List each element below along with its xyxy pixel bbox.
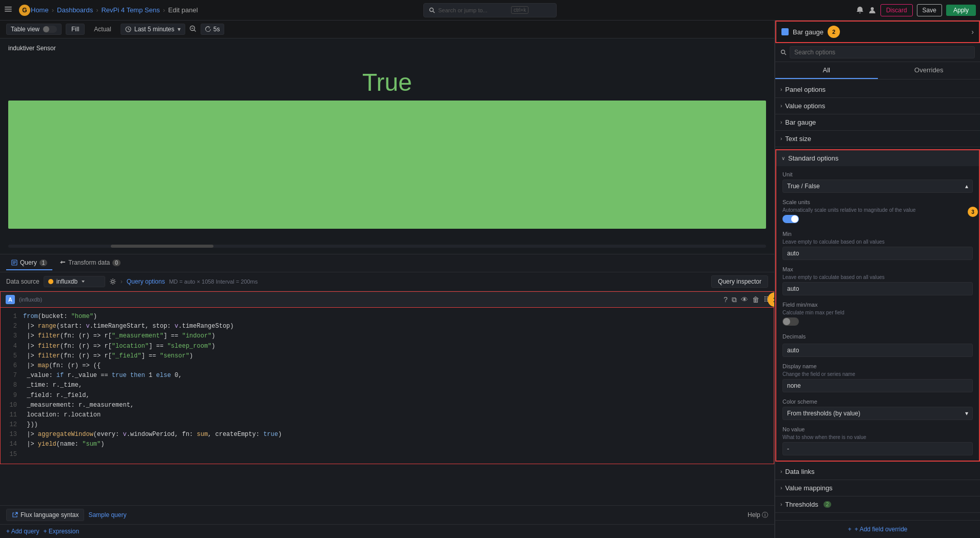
section-value-options[interactable]: › Value options xyxy=(775,98,980,114)
save-button[interactable]: Save xyxy=(917,4,942,16)
section-text-size[interactable]: › Text size xyxy=(775,131,980,147)
query-tab-icon xyxy=(11,260,17,266)
display-name-field: Display name Change the field or series … xyxy=(782,363,973,392)
search-icon xyxy=(429,7,435,13)
query-tab-label: Query xyxy=(20,259,37,266)
query-ds-label: (influxdb) xyxy=(19,296,42,303)
query-toggle-icon[interactable]: 👁 xyxy=(741,295,748,304)
no-value-input[interactable] xyxy=(782,442,973,455)
expression-button[interactable]: + Expression xyxy=(43,528,79,535)
datasource-settings-icon[interactable] xyxy=(109,278,116,285)
query-actions: ? ⧉ 👁 🗑 ⠿ xyxy=(723,295,769,304)
scale-units-toggle[interactable] xyxy=(782,215,799,223)
time-range-picker[interactable]: Last 5 minutes ▾ xyxy=(121,24,185,35)
chevron-up-icon: ▴ xyxy=(965,183,968,190)
query-options-btn[interactable]: Query options xyxy=(127,278,165,285)
breadcrumb: Home › Dashboards › RevPi 4 Temp Sens › … xyxy=(31,6,198,14)
global-search-bar[interactable]: Search or jump to... ctrl+k xyxy=(423,3,557,17)
options-tabs: All Overrides xyxy=(775,62,980,79)
tab-query[interactable]: Query 1 xyxy=(6,256,52,270)
tab-overrides[interactable]: Overrides xyxy=(878,62,981,79)
right-panel: Bar gauge 2 › All Overrides › Panel opti… xyxy=(775,21,980,538)
thresholds-label: Thresholds xyxy=(785,501,818,508)
query-code-editor[interactable]: 1from(bucket: "home") 2 |> range(start: … xyxy=(0,308,774,464)
search-options-icon xyxy=(780,49,787,55)
hamburger-icon[interactable] xyxy=(4,5,12,15)
field-minmax-toggle[interactable] xyxy=(782,317,799,326)
viz-area: induktiver Sensor True xyxy=(0,38,774,254)
grafana-logo: G xyxy=(18,4,31,16)
section-bar-gauge[interactable]: › Bar gauge xyxy=(775,114,980,131)
table-view-switch[interactable] xyxy=(43,26,57,33)
display-name-input[interactable] xyxy=(782,379,973,392)
table-view-toggle[interactable]: Table view xyxy=(6,24,62,35)
max-input[interactable] xyxy=(782,282,973,295)
actual-button[interactable]: Actual xyxy=(89,24,116,34)
scale-units-desc: Automatically scale units relative to ma… xyxy=(782,207,973,213)
help-button[interactable]: Help ⓘ xyxy=(748,511,768,520)
section-data-links[interactable]: › Data links xyxy=(775,464,980,480)
datasource-name: influxdb xyxy=(56,278,77,285)
tab-all[interactable]: All xyxy=(775,62,878,79)
refresh-icon xyxy=(205,26,211,32)
discard-button[interactable]: Discard xyxy=(880,4,913,16)
no-value-label: No value xyxy=(782,426,973,432)
svg-line-6 xyxy=(433,11,435,13)
svg-line-23 xyxy=(785,53,786,55)
svg-point-18 xyxy=(111,281,114,283)
chevron-right-icon: › xyxy=(780,87,782,92)
no-value-desc: What to show when there is no value xyxy=(782,434,973,440)
no-value-field: No value What to show when there is no v… xyxy=(782,426,973,455)
standard-options-header[interactable]: ∨ Standard options xyxy=(776,150,979,166)
main-layout: Table view Fill Actual Last 5 minutes ▾ xyxy=(0,21,980,538)
chevron-right-icon: › xyxy=(780,485,782,491)
fill-button[interactable]: Fill xyxy=(66,24,85,35)
panel-right-btn[interactable]: › xyxy=(971,28,974,36)
add-query-button[interactable]: + Add query xyxy=(6,528,39,535)
flux-syntax-button[interactable]: Flux language syntax xyxy=(6,509,84,521)
tab-transform[interactable]: Transform data 0 xyxy=(54,256,125,270)
section-panel-options[interactable]: › Panel options xyxy=(775,82,980,98)
right-panel-header: Bar gauge 2 › xyxy=(775,21,980,43)
svg-line-13 xyxy=(194,30,195,31)
svg-rect-2 xyxy=(5,11,12,12)
query-inspector-button[interactable]: Query inspector xyxy=(711,275,768,288)
badge-3: 3 xyxy=(968,207,978,217)
sample-query-button[interactable]: Sample query xyxy=(88,511,126,519)
chevron-right-icon: › xyxy=(780,136,782,142)
min-desc: Leave empty to calculate based on all va… xyxy=(782,239,973,245)
chevron-right-icon: › xyxy=(780,103,782,109)
search-shortcut: ctrl+k xyxy=(511,6,528,14)
display-name-desc: Change the field or series name xyxy=(782,371,973,377)
section-value-mappings[interactable]: › Value mappings xyxy=(775,480,980,496)
section-thresholds[interactable]: › Thresholds 2 xyxy=(775,496,980,513)
zoom-out-button[interactable] xyxy=(189,25,197,34)
chevron-down-icon xyxy=(81,279,86,284)
query-delete-icon[interactable]: 🗑 xyxy=(752,295,759,304)
notifications-icon[interactable] xyxy=(856,6,864,14)
viz-wrapper: induktiver Sensor True xyxy=(0,38,774,254)
max-desc: Leave empty to calculate based on all va… xyxy=(782,274,973,280)
plus-icon: + xyxy=(848,526,851,533)
query-help-icon[interactable]: ? xyxy=(723,295,728,304)
color-scheme-select[interactable]: From thresholds (by value) ▾ xyxy=(782,407,973,420)
decimals-input[interactable] xyxy=(782,344,973,357)
refresh-button[interactable]: 5s xyxy=(201,24,225,35)
min-label: Min xyxy=(782,231,973,237)
query-editor-header: A (influxdb) ? ⧉ 👁 🗑 ⠿ 1 xyxy=(0,291,774,308)
unit-select[interactable]: True / False ▴ xyxy=(782,180,973,193)
datasource-select[interactable]: influxdb xyxy=(44,276,105,287)
options-list: › Panel options › Value options › Bar ga… xyxy=(775,79,980,520)
viz-scrollbar[interactable] xyxy=(8,245,766,248)
clock-icon xyxy=(125,26,131,32)
apply-button[interactable]: Apply xyxy=(946,5,976,16)
value-options-label: Value options xyxy=(785,102,825,110)
panel-type-icon xyxy=(781,28,789,35)
search-options-input[interactable] xyxy=(790,46,975,58)
add-field-override[interactable]: + + Add field override xyxy=(775,520,980,538)
user-icon[interactable] xyxy=(868,6,876,14)
badge-1: 1 xyxy=(768,292,774,307)
min-input[interactable] xyxy=(782,247,973,260)
query-tabs-bar: Query 1 Transform data 0 xyxy=(0,254,774,272)
query-duplicate-icon[interactable]: ⧉ xyxy=(732,295,737,304)
